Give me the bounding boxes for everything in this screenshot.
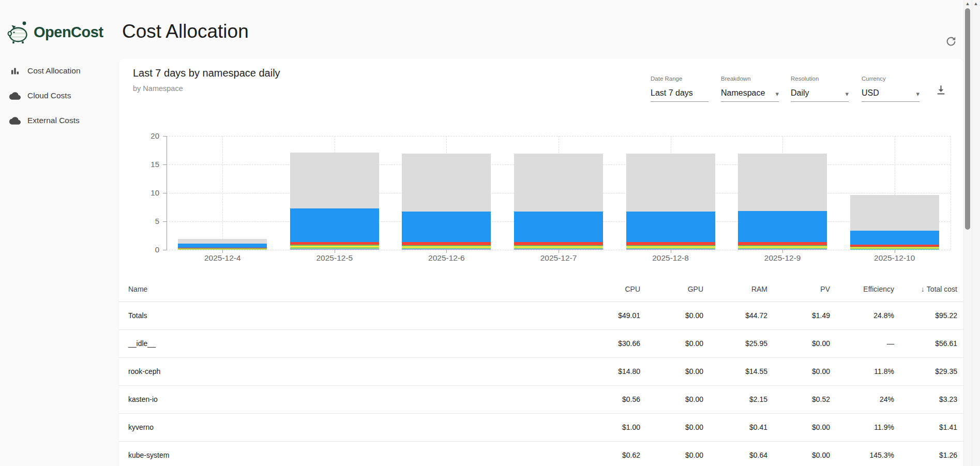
bar-segment-stack-purple — [514, 249, 603, 250]
gridline-vertical — [222, 136, 223, 250]
bar-segment-stack-purple — [178, 249, 267, 250]
scroll-up-arrow-icon[interactable]: ▲ — [963, 1, 972, 6]
cost-allocation-card: Last 7 days by namespace daily by Namesp… — [119, 58, 963, 466]
cell-cpu: $0.56 — [568, 385, 640, 413]
cell-total: $56.61 — [885, 329, 957, 357]
cell-efficiency: — — [822, 329, 894, 357]
bar-segment-stack-purple — [626, 249, 715, 250]
cell-gpu: $0.00 — [631, 302, 703, 329]
cell-name: kasten-io — [128, 385, 158, 413]
cell-pv: $0.00 — [758, 441, 830, 466]
x-axis-tick — [895, 250, 895, 253]
cell-cpu: $14.80 — [568, 357, 640, 385]
bar-segment-stack-green — [850, 247, 939, 247]
x-axis-label: 2025-12-9 — [738, 253, 826, 263]
table-header-row: Name CPU GPU RAM PV Efficiency ↓Total co… — [119, 277, 963, 302]
table-row: kyverno$1.00$0.00$0.41$0.0011.9%$1.41 — [119, 413, 963, 442]
bar-segment-stack-lightgreen — [290, 247, 379, 248]
cell-efficiency: 11.8% — [822, 357, 894, 385]
cell-gpu: $0.00 — [631, 441, 703, 466]
x-axis-tick — [782, 250, 783, 253]
bar-segment-stack-lightgreen — [626, 248, 715, 249]
cell-ram: $2.15 — [695, 385, 767, 413]
sidebar-item-label: Cost Allocation — [27, 66, 81, 76]
gridline-vertical — [951, 136, 951, 250]
bar-segment-stack-red — [626, 242, 715, 245]
sidebar-item-external-costs[interactable]: External Costs — [0, 110, 118, 131]
x-axis-label: 2025-12-8 — [627, 253, 715, 263]
cloud-icon — [9, 92, 21, 100]
column-header-ram[interactable]: RAM — [695, 277, 767, 302]
x-axis-label: 2025-12-5 — [291, 253, 379, 263]
cell-ram: $0.41 — [695, 413, 767, 441]
x-axis-tick — [335, 250, 335, 253]
bar-segment-stack-green — [178, 248, 267, 249]
bar-segment-stack-lightgreen — [178, 249, 267, 250]
cell-efficiency: 24.8% — [822, 302, 894, 329]
bar-segment-stack-idle-gray — [626, 154, 715, 212]
bar-segment-stack-blue — [626, 212, 715, 242]
scroll-up-arrow-icon[interactable]: ▲ — [972, 1, 980, 6]
column-header-total-cost[interactable]: ↓Total cost — [885, 277, 957, 302]
cell-gpu: $0.00 — [631, 413, 703, 441]
logo-text: OpenCost — [34, 24, 103, 41]
bar-segment-stack-cyan — [514, 249, 603, 249]
x-axis-tick — [559, 250, 559, 253]
y-axis-label: 20 — [130, 131, 159, 140]
refresh-button[interactable] — [943, 34, 959, 50]
cell-pv: $0.00 — [758, 413, 830, 441]
bar-segment-stack-idle-gray — [402, 154, 491, 212]
cell-ram: $44.72 — [695, 302, 767, 329]
bar-segment-stack-green — [514, 245, 603, 246]
column-header-name[interactable]: Name — [128, 277, 147, 302]
bar-segment-stack-blue — [738, 211, 827, 243]
bar-segment-stack-red — [290, 242, 379, 245]
bar-segment-stack-idle-gray — [514, 154, 603, 212]
cell-total: $29.35 — [885, 357, 957, 385]
column-header-efficiency[interactable]: Efficiency — [822, 277, 894, 302]
piggy-bank-icon — [7, 20, 29, 44]
table-row: Totals$49.01$0.00$44.72$1.4924.8%$95.22 — [119, 302, 963, 330]
cell-efficiency: 145.3% — [822, 441, 894, 466]
bar-segment-stack-purple — [850, 249, 939, 250]
bar-segment-stack-blue — [402, 212, 491, 242]
bar-segment-stack-cyan — [290, 249, 379, 249]
cell-gpu: $0.00 — [631, 385, 703, 413]
bar-segment-stack-red — [178, 248, 267, 248]
column-header-pv[interactable]: PV — [758, 277, 830, 302]
sidebar-item-cloud-costs[interactable]: Cloud Costs — [0, 85, 118, 106]
cell-name: kube-system — [128, 441, 169, 466]
column-header-cpu[interactable]: CPU — [568, 277, 640, 302]
cell-efficiency: 11.9% — [822, 413, 894, 441]
cell-total: $95.22 — [885, 302, 957, 329]
bar-segment-stack-red — [738, 242, 827, 245]
bar-segment-stack-yellow — [850, 247, 939, 248]
bar-segment-stack-idle-gray — [738, 154, 827, 211]
x-axis-tick — [671, 250, 671, 253]
opencost-logo: OpenCost — [7, 20, 103, 44]
inner-scrollbar-thumb[interactable] — [965, 8, 970, 230]
sidebar-item-cost-allocation[interactable]: Cost Allocation — [0, 61, 118, 81]
page-title: Cost Allocation — [122, 21, 249, 42]
bar-segment-stack-purple — [738, 249, 827, 250]
cell-name: kyverno — [128, 413, 154, 441]
bar-segment-stack-lightgreen — [402, 248, 491, 249]
bar-segment-stack-blue — [850, 231, 939, 244]
table-row: rook-ceph$14.80$0.00$14.55$0.0011.8%$29.… — [119, 357, 963, 386]
bar-segment-stack-green — [290, 245, 379, 246]
cell-cpu: $30.66 — [568, 329, 640, 357]
x-axis-label: 2025-12-6 — [402, 253, 490, 263]
sort-descending-icon: ↓ — [921, 285, 925, 293]
bar-segment-stack-cyan — [402, 249, 491, 249]
column-header-gpu[interactable]: GPU — [631, 277, 703, 302]
y-axis-tick — [163, 136, 167, 137]
outer-scrollbar-track[interactable] — [972, 0, 980, 466]
cell-pv: $1.49 — [758, 302, 830, 329]
opencost-app: OpenCost Cost Allocation Cloud Costs Ext… — [0, 0, 980, 466]
sidebar-item-label: External Costs — [27, 116, 80, 125]
y-axis-line — [167, 136, 167, 250]
bar-segment-stack-lightgreen — [738, 248, 827, 249]
bar-segment-stack-green — [402, 245, 491, 246]
cell-total: $1.41 — [885, 413, 957, 441]
sidebar-item-label: Cloud Costs — [27, 91, 71, 100]
